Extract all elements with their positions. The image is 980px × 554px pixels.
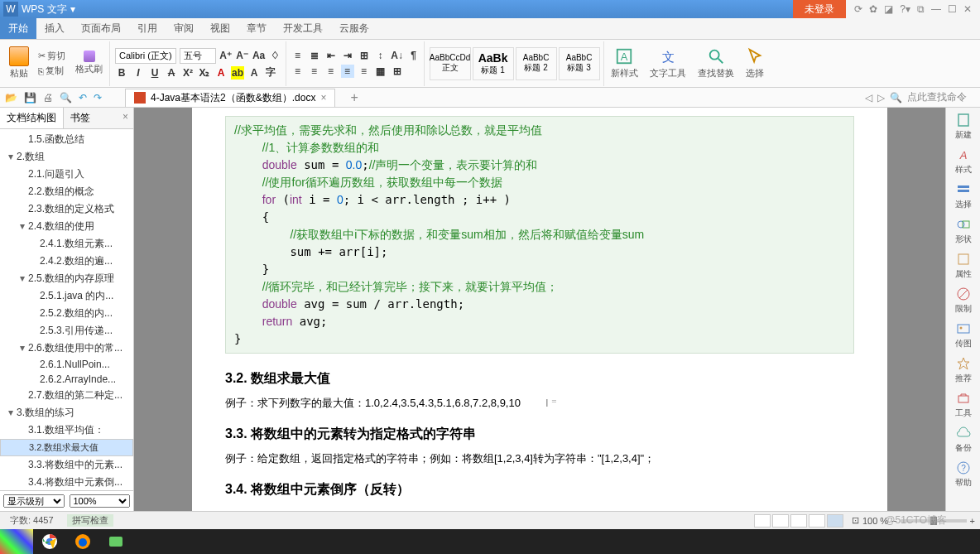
search-placeholder[interactable]: 点此查找命令: [907, 90, 967, 104]
app-menu-dropdown-icon[interactable]: ▾: [70, 3, 75, 15]
outline-item[interactable]: 1.5.函数总结: [0, 131, 133, 148]
outline-item[interactable]: 2.4.2.数组的遍...: [0, 253, 133, 270]
borders-button[interactable]: ⊞: [391, 65, 404, 78]
new-style-button[interactable]: A新样式: [606, 47, 643, 79]
zoom-in-button[interactable]: +: [970, 516, 975, 526]
menu-insert[interactable]: 插入: [36, 18, 73, 39]
menu-layout[interactable]: 页面布局: [73, 18, 129, 39]
find-replace-button[interactable]: 查找替换: [693, 47, 739, 79]
tab-structure[interactable]: 文档结构图: [0, 108, 64, 128]
chrome-icon[interactable]: [33, 529, 66, 554]
rtool-shape[interactable]: 形状: [951, 217, 976, 245]
outline-item[interactable]: 3.2.数组求最大值: [0, 439, 133, 456]
restore-icon[interactable]: ⧉: [917, 3, 925, 15]
indent-button[interactable]: ⇥: [341, 49, 354, 62]
char-border-button[interactable]: A: [247, 66, 261, 79]
rtool-tools[interactable]: 工具: [951, 391, 976, 419]
size-select[interactable]: 五号: [180, 48, 216, 64]
rtool-select[interactable]: 选择: [951, 182, 976, 210]
rtool-recommend[interactable]: 推荐: [951, 356, 976, 384]
strike-button[interactable]: A: [165, 66, 178, 79]
outline-item[interactable]: 2.5.3.引用传递...: [0, 322, 133, 340]
outline-item[interactable]: ▾2.4.数组的使用: [0, 218, 133, 235]
rtool-style[interactable]: A样式: [951, 147, 976, 176]
paste-button[interactable]: 粘贴: [7, 66, 31, 80]
format-painter-button[interactable]: 格式刷: [72, 62, 106, 76]
rtool-props[interactable]: 属性: [951, 252, 976, 280]
align-center-button[interactable]: ≡: [308, 65, 321, 78]
paste-icon[interactable]: [9, 46, 29, 66]
style-heading1[interactable]: AaBk标题 1: [473, 47, 514, 80]
sidebar-close-icon[interactable]: ×: [118, 108, 133, 128]
outline-item[interactable]: 2.6.1.NullPoin...: [0, 357, 133, 372]
tab-bookmarks[interactable]: 书签: [64, 108, 97, 128]
align-right-button[interactable]: ≡: [324, 65, 338, 78]
firefox-icon[interactable]: [66, 529, 99, 554]
preview-icon[interactable]: 🔍: [60, 92, 72, 104]
outline-item[interactable]: ▾2.数组: [0, 148, 133, 166]
copy-button[interactable]: ⎘复制: [35, 64, 69, 78]
show-marks-button[interactable]: ¶: [407, 49, 420, 62]
outline-item[interactable]: ▾2.5.数组的内存原理: [0, 270, 133, 287]
word-count[interactable]: 字数: 4457: [5, 514, 59, 527]
menu-developer[interactable]: 开发工具: [275, 18, 331, 39]
subscript-button[interactable]: X₂: [198, 66, 211, 79]
phonetic-button[interactable]: 字: [264, 66, 277, 79]
start-button[interactable]: [0, 529, 33, 554]
superscript-button[interactable]: X²: [181, 66, 195, 79]
level-select[interactable]: 显示级别: [3, 494, 65, 508]
settings-icon[interactable]: ✿: [869, 3, 877, 15]
fit-width-icon[interactable]: ⊡: [852, 515, 859, 526]
close-icon[interactable]: ✕: [963, 3, 972, 15]
brush-icon[interactable]: [84, 51, 95, 62]
rtool-help[interactable]: ?帮助: [951, 460, 976, 489]
underline-button[interactable]: U: [148, 66, 161, 79]
change-case-icon[interactable]: Aa: [252, 49, 266, 62]
menu-cloud[interactable]: 云服务: [331, 18, 377, 39]
view-page-button[interactable]: [754, 514, 771, 528]
login-button[interactable]: 未登录: [793, 0, 846, 18]
highlight-button[interactable]: ab: [231, 66, 244, 79]
shading-button[interactable]: ▦: [374, 65, 387, 78]
app-icon[interactable]: [99, 529, 132, 554]
redo-icon[interactable]: ↷: [94, 92, 102, 104]
nav-fwd-icon[interactable]: ▷: [877, 92, 885, 104]
font-select[interactable]: Calibri (正文): [115, 48, 176, 64]
align-justify-button[interactable]: ≡: [341, 65, 354, 78]
menu-chapter[interactable]: 章节: [238, 18, 275, 39]
rtool-upload-img[interactable]: 传图: [951, 321, 976, 349]
document-tab[interactable]: 4-Java基本语法2（函数&数组）.docx ×: [125, 89, 335, 107]
nav-back-icon[interactable]: ◁: [865, 92, 872, 104]
outline-item[interactable]: 3.4.将数组中元素倒...: [0, 474, 133, 490]
outline-item[interactable]: 2.1.问题引入: [0, 166, 133, 183]
outline-item[interactable]: 2.5.1.java 的内...: [0, 287, 133, 305]
outdent-button[interactable]: ⇤: [324, 49, 338, 62]
sync-icon[interactable]: ⟳: [854, 3, 862, 15]
align-left-button[interactable]: ≡: [291, 65, 305, 78]
rtool-restrict[interactable]: 限制: [951, 287, 976, 315]
help-icon[interactable]: ?▾: [900, 3, 910, 15]
menu-review[interactable]: 审阅: [166, 18, 202, 39]
menu-reference[interactable]: 引用: [129, 18, 166, 39]
menu-start[interactable]: 开始: [0, 18, 36, 39]
sidebar-zoom-select[interactable]: 100%: [70, 494, 131, 508]
grow-font-icon[interactable]: A⁺: [219, 49, 233, 62]
undo-icon[interactable]: ↶: [79, 92, 87, 104]
maximize-icon[interactable]: ☐: [948, 3, 957, 15]
numbering-button[interactable]: ≣: [308, 49, 321, 62]
text-tools-button[interactable]: 文文字工具: [645, 47, 691, 79]
view-print-button[interactable]: [827, 514, 843, 528]
line-spacing-button[interactable]: ↕: [374, 49, 387, 62]
outline-item[interactable]: 2.4.1.数组元素...: [0, 235, 133, 253]
style-heading2[interactable]: AaBbC标题 2: [516, 47, 557, 80]
bold-button[interactable]: B: [115, 66, 128, 79]
doc-tab-close-icon[interactable]: ×: [320, 92, 326, 104]
sort-button[interactable]: A↓: [391, 49, 404, 62]
new-tab-button[interactable]: +: [350, 90, 358, 105]
search-icon[interactable]: 🔍: [890, 92, 902, 104]
outline-item[interactable]: 2.5.2.数组的内...: [0, 305, 133, 322]
spell-check-status[interactable]: 拼写检查: [67, 514, 113, 527]
outline-item[interactable]: 3.1.数组平均值：: [0, 422, 133, 439]
print-icon[interactable]: 🖨: [43, 92, 53, 104]
cut-button[interactable]: ✂剪切: [35, 49, 69, 63]
